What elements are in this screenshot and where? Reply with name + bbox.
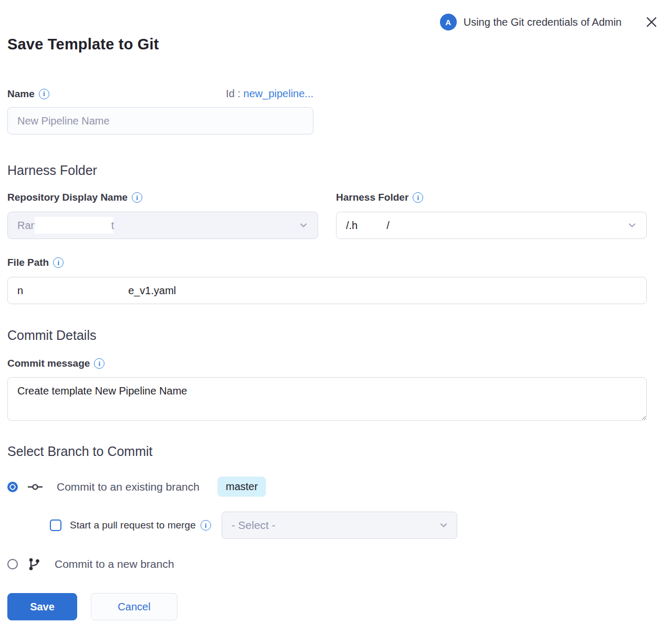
template-id-link[interactable]: new_pipeline...	[244, 88, 313, 99]
target-branch-select[interactable]: - Select -	[222, 512, 457, 539]
existing-branch-option: Commit to an existing branch master	[7, 476, 672, 497]
git-commit-icon	[27, 481, 43, 493]
dialog-topbar: A Using the Git credentials of Admin	[7, 0, 672, 30]
template-id: Id : new_pipeline...	[226, 88, 313, 100]
repository-select[interactable]: Ran t	[7, 212, 318, 239]
harness-folder-select[interactable]: /.h /	[336, 212, 647, 239]
redaction-gap	[358, 225, 386, 226]
commit-message-label-group: Commit message	[7, 358, 104, 369]
file-path-value-end: e_v1.yaml	[128, 285, 176, 297]
pull-request-label-group: Start a pull request to merge	[70, 520, 211, 531]
info-icon[interactable]	[53, 257, 64, 268]
commit-details-heading: Commit Details	[7, 328, 672, 343]
name-input[interactable]	[7, 107, 313, 134]
repository-label-group: Repository Display Name	[7, 192, 142, 203]
name-label-group: Name	[7, 88, 49, 100]
name-field-header: Name Id : new_pipeline...	[7, 88, 313, 100]
redaction-block	[35, 217, 113, 234]
new-branch-label: Commit to a new branch	[55, 558, 174, 570]
chevron-down-icon	[626, 220, 638, 231]
info-icon[interactable]	[132, 192, 142, 203]
chevron-down-icon	[438, 520, 449, 531]
folder-value-end: /	[386, 220, 390, 232]
action-buttons: Save Cancel	[7, 593, 672, 620]
existing-branch-label: Commit to an existing branch	[57, 481, 200, 493]
commit-message-textarea[interactable]: Create template New Pipeline Name	[7, 377, 647, 421]
info-icon[interactable]	[94, 358, 104, 369]
cancel-button[interactable]: Cancel	[91, 593, 177, 620]
save-template-dialog: A Using the Git credentials of Admin Sav…	[0, 0, 672, 641]
info-icon[interactable]	[39, 89, 49, 99]
credentials-text: Using the Git credentials of Admin	[464, 16, 622, 28]
select-branch-heading: Select Branch to Commit	[7, 444, 672, 459]
info-icon[interactable]	[201, 520, 211, 531]
file-path-label-group: File Path	[7, 257, 64, 268]
harness-folder-label: Harness Folder	[336, 192, 408, 203]
chevron-down-icon	[298, 220, 309, 231]
repo-folder-row: Repository Display Name Ran t Harness Fo…	[7, 192, 672, 239]
name-label: Name	[7, 88, 35, 100]
close-icon	[646, 16, 657, 28]
save-button[interactable]: Save	[7, 593, 77, 620]
new-branch-option: Commit to a new branch	[7, 557, 672, 571]
avatar: A	[440, 14, 457, 30]
git-branch-icon	[27, 557, 41, 571]
folder-value-start: /.h	[346, 220, 358, 232]
commit-message-label: Commit message	[7, 358, 90, 369]
pull-request-row: Start a pull request to merge - Select -	[50, 512, 672, 539]
repository-label: Repository Display Name	[7, 192, 128, 203]
file-path-value-start: n	[17, 285, 23, 297]
branch-badge-master: master	[217, 476, 266, 497]
repository-value-start: Ran	[17, 220, 37, 232]
target-branch-placeholder: - Select -	[232, 519, 438, 532]
file-path-label: File Path	[7, 257, 49, 268]
radio-new-branch[interactable]	[7, 559, 18, 569]
pull-request-label: Start a pull request to merge	[70, 520, 196, 531]
radio-existing-branch[interactable]	[7, 482, 18, 492]
git-credentials-info: A Using the Git credentials of Admin	[440, 14, 622, 30]
redaction-gap	[23, 290, 128, 291]
pull-request-checkbox[interactable]	[50, 520, 61, 531]
info-icon[interactable]	[413, 192, 423, 203]
close-button[interactable]	[645, 15, 658, 29]
harness-folder-label-group: Harness Folder	[336, 192, 423, 203]
harness-folder-column: Harness Folder /.h /	[336, 192, 647, 239]
repository-value-end: t	[111, 220, 114, 232]
page-title: Save Template to Git	[7, 36, 672, 53]
repository-column: Repository Display Name Ran t	[7, 192, 318, 239]
file-path-input[interactable]: n e_v1.yaml	[7, 277, 647, 304]
template-id-prefix: Id :	[226, 88, 240, 99]
harness-folder-heading: Harness Folder	[7, 163, 672, 178]
